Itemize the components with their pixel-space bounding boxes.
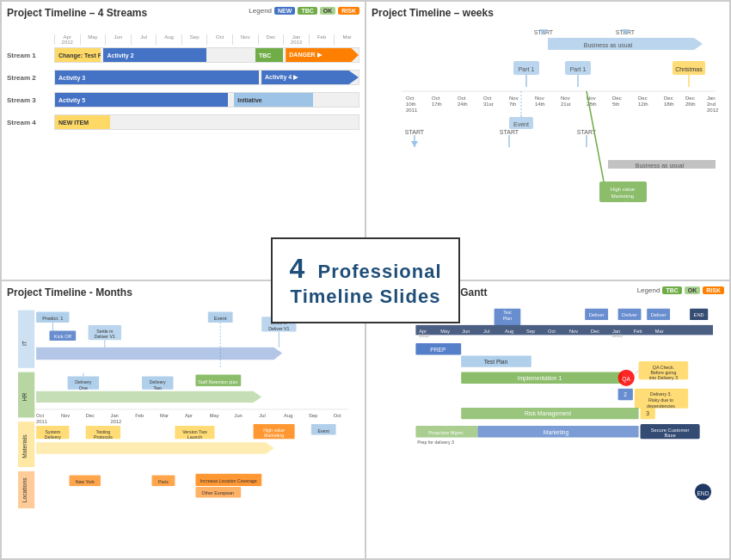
svg-text:12th: 12th bbox=[638, 102, 648, 107]
stream-row-4: Stream 4 NEW ITEM bbox=[7, 113, 359, 132]
quadrant-gantt: Legend TBC OK RISK Project Timeline - Ga… bbox=[366, 280, 730, 560]
bar-initiative: Initiative bbox=[234, 93, 313, 107]
badge-new: NEW bbox=[274, 7, 295, 15]
bar-activity4: Activity 4 ▶ bbox=[261, 71, 359, 84]
svg-text:Mar: Mar bbox=[160, 413, 169, 418]
svg-text:Dec: Dec bbox=[591, 328, 599, 333]
badge-risk-q4: RISK bbox=[703, 286, 724, 294]
svg-text:2nd: 2nd bbox=[707, 102, 716, 107]
svg-text:2: 2 bbox=[624, 391, 627, 397]
svg-text:May: May bbox=[210, 413, 219, 418]
badge-risk: RISK bbox=[338, 7, 359, 15]
svg-text:QA Check.: QA Check. bbox=[653, 364, 674, 369]
svg-text:Dec: Dec bbox=[685, 95, 695, 101]
stream-2-label: Stream 2 bbox=[7, 74, 54, 82]
svg-text:Launch: Launch bbox=[187, 434, 202, 440]
svg-text:Deliver: Deliver bbox=[589, 312, 605, 317]
svg-text:Event: Event bbox=[214, 316, 227, 321]
bar-activity3: Activity 3 bbox=[55, 71, 259, 84]
svg-text:Business as usual: Business as usual bbox=[584, 42, 633, 48]
svg-text:Sep: Sep bbox=[526, 328, 535, 333]
svg-text:Kick Off: Kick Off bbox=[54, 334, 71, 339]
svg-text:Marketing: Marketing bbox=[544, 428, 569, 435]
svg-text:Nov: Nov bbox=[509, 95, 519, 101]
svg-marker-104 bbox=[36, 347, 282, 359]
svg-text:IT: IT bbox=[22, 341, 28, 346]
svg-text:Deliver: Deliver bbox=[622, 312, 637, 317]
svg-text:Jul: Jul bbox=[259, 413, 265, 418]
svg-text:Feb: Feb bbox=[634, 328, 642, 333]
badge-tbc: TBC bbox=[298, 7, 316, 15]
svg-text:Oct: Oct bbox=[483, 95, 492, 101]
svg-rect-154 bbox=[415, 324, 713, 335]
legend-q1: Legend NEW TBC OK RISK bbox=[249, 7, 359, 15]
stream-row-2: Stream 2 Activity 3 Activity 4 ▶ bbox=[7, 68, 359, 87]
bar-activity5: Activity 5 bbox=[55, 93, 228, 107]
svg-text:Delivery: Delivery bbox=[45, 434, 61, 440]
svg-text:14th: 14th bbox=[535, 102, 545, 107]
bar-tbc: TBC bbox=[255, 48, 283, 62]
svg-text:26th: 26th bbox=[685, 102, 696, 107]
svg-text:Feb: Feb bbox=[135, 413, 144, 418]
svg-text:START: START bbox=[405, 129, 425, 135]
svg-text:Marketing: Marketing bbox=[264, 433, 284, 438]
svg-text:Other European: Other European bbox=[202, 489, 235, 495]
svg-text:Predict. 1: Predict. 1 bbox=[42, 316, 63, 321]
svg-text:Protocols: Protocols bbox=[94, 434, 113, 440]
svg-text:Dec: Dec bbox=[638, 95, 648, 101]
weeks-svg: Business as usual START START Part 1 Par… bbox=[372, 22, 724, 229]
svg-text:Mar: Mar bbox=[655, 328, 664, 333]
svg-text:Part 1: Part 1 bbox=[570, 66, 587, 72]
quadrant-weeks: Project Timeline – weeks Business as usu… bbox=[366, 1, 730, 280]
svg-text:Version Two: Version Two bbox=[182, 428, 207, 434]
svg-text:Nov: Nov bbox=[569, 328, 578, 333]
svg-text:Dec: Dec bbox=[612, 95, 622, 101]
svg-text:into Delivery 3: into Delivery 3 bbox=[649, 375, 678, 380]
svg-text:PREP: PREP bbox=[430, 346, 446, 352]
svg-text:START: START bbox=[430, 312, 446, 317]
svg-text:Dec: Dec bbox=[664, 95, 673, 101]
svg-text:Deliver V1: Deliver V1 bbox=[95, 334, 115, 339]
svg-text:Apr: Apr bbox=[185, 413, 193, 418]
svg-text:31st: 31st bbox=[483, 102, 494, 107]
svg-text:Settle in: Settle in bbox=[96, 328, 113, 333]
svg-text:3: 3 bbox=[646, 410, 649, 416]
quadrant-months: Project Timeline - Months IT HR Material… bbox=[1, 280, 366, 560]
svg-text:Paris: Paris bbox=[158, 479, 169, 484]
svg-text:Jun: Jun bbox=[235, 413, 243, 418]
svg-text:Secure Customer: Secure Customer bbox=[651, 427, 690, 432]
bar-change-test: Change: Test Plan bbox=[55, 48, 101, 62]
svg-text:Test: Test bbox=[503, 310, 512, 315]
stream-1-label: Stream 1 bbox=[7, 52, 54, 59]
svg-text:Oct: Oct bbox=[334, 413, 341, 418]
svg-text:21st: 21st bbox=[561, 102, 571, 107]
svg-text:Delivery: Delivery bbox=[75, 379, 91, 385]
q3-title: Project Timeline - Months bbox=[7, 286, 359, 298]
stream-4-label: Stream 4 bbox=[7, 119, 54, 126]
svg-text:Proactive Mgmt.: Proactive Mgmt. bbox=[428, 429, 464, 434]
svg-text:Test Plan: Test Plan bbox=[484, 359, 508, 365]
svg-text:Increase Location Coverage: Increase Location Coverage bbox=[200, 478, 257, 483]
svg-text:Milestones: Milestones bbox=[387, 311, 415, 317]
svg-marker-130 bbox=[36, 442, 273, 453]
svg-text:Jun: Jun bbox=[462, 328, 470, 333]
svg-text:Nov: Nov bbox=[535, 95, 544, 101]
months-svg: IT HR Materials Locations Oct 2011 Nov D… bbox=[7, 302, 359, 508]
svg-text:System: System bbox=[46, 428, 61, 434]
svg-text:Testing: Testing bbox=[96, 428, 111, 434]
svg-text:Nov: Nov bbox=[561, 95, 570, 101]
svg-text:Jan: Jan bbox=[707, 95, 716, 101]
svg-text:Oct: Oct bbox=[548, 328, 556, 333]
badge-ok: OK bbox=[320, 7, 336, 15]
bar-danger: DANGER ▶ bbox=[286, 48, 359, 62]
svg-marker-114 bbox=[36, 391, 261, 402]
svg-text:2012: 2012 bbox=[419, 333, 429, 338]
svg-text:5th: 5th bbox=[612, 102, 619, 107]
svg-text:Staff Retention plan: Staff Retention plan bbox=[198, 379, 237, 385]
svg-text:Deliver: Deliver bbox=[651, 312, 666, 317]
svg-text:24th: 24th bbox=[458, 102, 468, 107]
svg-text:7th: 7th bbox=[509, 102, 516, 107]
svg-text:Risk Management: Risk Management bbox=[525, 410, 571, 417]
stream-1-track: Change: Test Plan Activity 2 TBC DANGER … bbox=[54, 47, 359, 63]
svg-text:Jul: Jul bbox=[483, 328, 489, 333]
